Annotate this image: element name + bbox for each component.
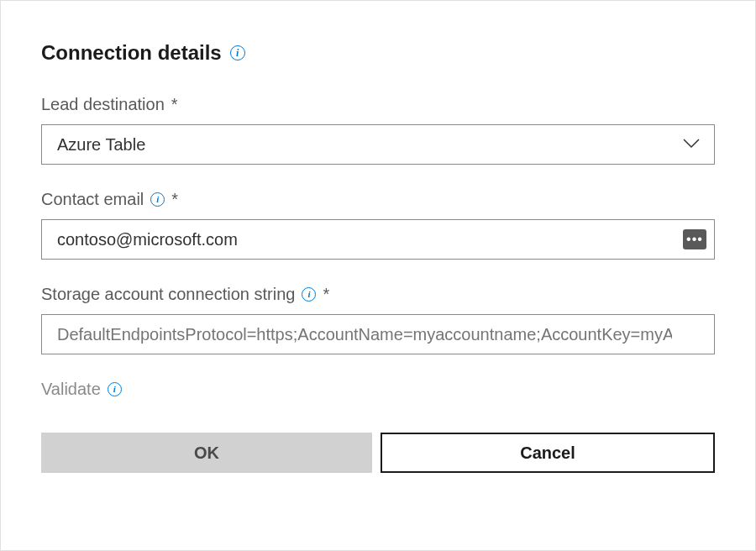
lead-destination-field: Lead destination * Azure Table xyxy=(41,95,715,165)
connection-string-label: Storage account connection string xyxy=(41,285,295,304)
validate-link[interactable]: Validate xyxy=(41,380,101,399)
contact-email-label-row: Contact email i * xyxy=(41,190,715,209)
info-icon[interactable]: i xyxy=(150,192,165,207)
header-row: Connection details i xyxy=(41,41,715,65)
lead-destination-select-wrap: Azure Table xyxy=(41,124,715,165)
contact-email-input-wrap: ••• xyxy=(41,219,715,260)
info-icon[interactable]: i xyxy=(302,287,316,302)
lead-destination-select[interactable]: Azure Table xyxy=(41,124,715,165)
connection-string-field: Storage account connection string i * xyxy=(41,285,715,354)
info-icon[interactable]: i xyxy=(108,382,122,396)
cancel-button[interactable]: Cancel xyxy=(381,433,715,473)
contact-email-input[interactable] xyxy=(41,219,715,260)
contact-email-label: Contact email xyxy=(41,190,144,209)
required-indicator: * xyxy=(323,285,329,304)
ok-button[interactable]: OK xyxy=(41,433,372,473)
connection-string-input[interactable] xyxy=(41,314,715,354)
connection-details-panel: Connection details i Lead destination * … xyxy=(0,0,756,551)
contact-email-field: Contact email i * ••• xyxy=(41,190,715,260)
validate-row: Validate i xyxy=(41,380,715,399)
button-row: OK Cancel xyxy=(41,433,715,473)
required-indicator: * xyxy=(171,95,178,114)
required-indicator: * xyxy=(171,190,178,209)
lead-destination-label-row: Lead destination * xyxy=(41,95,715,114)
page-title: Connection details xyxy=(41,41,222,65)
connection-string-input-wrap xyxy=(41,314,715,354)
ellipsis-icon[interactable]: ••• xyxy=(683,229,706,249)
lead-destination-value: Azure Table xyxy=(57,135,145,155)
info-icon[interactable]: i xyxy=(230,45,245,60)
connection-string-label-row: Storage account connection string i * xyxy=(41,285,715,304)
lead-destination-label: Lead destination xyxy=(41,95,165,114)
